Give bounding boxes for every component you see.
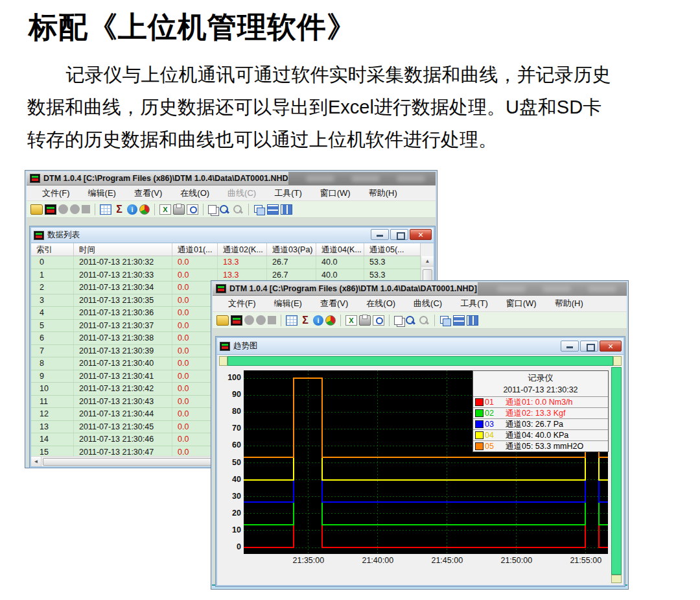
menu-item[interactable]: 帮助(H) (546, 298, 592, 309)
stop-disabled-icon[interactable] (268, 316, 276, 324)
menu-item[interactable]: 曲线(C) (218, 187, 265, 199)
pie-chart-icon[interactable] (325, 315, 336, 326)
scrollbar-end-button[interactable] (613, 356, 622, 366)
table-cell: 40.0 (316, 256, 364, 269)
export-excel-icon[interactable] (345, 315, 357, 326)
menu-item[interactable]: 编辑(E) (265, 298, 311, 309)
table-row[interactable]: 02011-07-13 21:30:320.013.326.740.053.3 (31, 256, 421, 269)
datalist-title: 数据列表 (47, 230, 80, 241)
menu-item[interactable]: 工具(T) (265, 187, 311, 199)
table-cell: 40.0 (316, 269, 364, 282)
minimize-button[interactable] (561, 341, 579, 352)
menu-item[interactable]: 查看(V) (311, 298, 357, 309)
print-icon[interactable] (173, 204, 185, 215)
menu-item[interactable]: 在线(O) (171, 187, 218, 199)
toolbar-separator (154, 204, 155, 215)
info-icon[interactable]: i (127, 204, 137, 215)
column-header[interactable]: 时间 (74, 243, 172, 256)
record-disabled-icon[interactable] (58, 204, 68, 214)
menu-item[interactable]: 窗口(W) (497, 298, 546, 309)
tile-horizontal-icon[interactable] (453, 315, 465, 326)
column-header[interactable]: 索引 (31, 243, 74, 256)
table-cell: 2011-07-13 21:30:46 (74, 433, 172, 446)
table-cell: 0 (31, 256, 74, 269)
datalist-titlebar[interactable]: 数据列表 (31, 228, 434, 243)
pie-chart-icon[interactable] (139, 204, 150, 215)
zoom-icon[interactable] (404, 315, 416, 326)
zoom-disabled-icon[interactable] (232, 204, 244, 215)
pause-disabled-icon[interactable] (256, 315, 266, 325)
menu-item[interactable]: 文件(F) (219, 298, 265, 309)
tile-vertical-icon[interactable] (467, 315, 478, 326)
trend-titlebar[interactable]: 趋势图 (217, 338, 624, 355)
legend-item: 05通道05: 53.3 mmH2O (473, 440, 608, 451)
copy-icon[interactable] (208, 205, 216, 214)
zoom-icon[interactable] (218, 204, 230, 215)
table-cell: 2011-07-13 21:30:38 (74, 332, 172, 344)
column-header[interactable]: 通道05(... (364, 243, 421, 256)
menu-item[interactable]: 文件(F) (33, 187, 79, 199)
legend-item: 03通道03: 26.7 Pa (473, 418, 608, 429)
menu-item[interactable]: 曲线(C) (404, 298, 451, 309)
y-tick-label: 80 (220, 407, 241, 416)
menu-item[interactable]: 在线(O) (357, 298, 404, 309)
maximize-button[interactable] (580, 341, 598, 352)
trend-vertical-scrollbar[interactable] (611, 367, 622, 583)
print-preview-icon[interactable] (187, 204, 198, 215)
scroll-up-icon[interactable]: ▲ (421, 256, 434, 267)
zoom-disabled-icon[interactable] (418, 315, 430, 326)
info-icon[interactable]: i (313, 315, 323, 326)
copy-icon[interactable] (394, 316, 402, 325)
table-cell: 0.0 (172, 256, 218, 269)
trend-horizontal-scrollbar[interactable] (219, 356, 622, 366)
maximize-button[interactable] (390, 229, 408, 240)
chart-legend: 记录仪 2011-07-13 21:30:32 01通道01: 0.0 Nm3/… (472, 370, 609, 452)
column-header[interactable]: 通道01(... (172, 243, 218, 256)
cascade-windows-icon[interactable] (439, 315, 451, 326)
window1-titlebar[interactable]: DTM 1.0.4 [C:\Program Files (x86)\DTM 1.… (27, 172, 436, 186)
cascade-windows-icon[interactable] (253, 204, 265, 215)
table-cell: 2011-07-13 21:30:41 (74, 370, 172, 383)
blurred-button (542, 286, 571, 292)
tile-horizontal-icon[interactable] (267, 204, 279, 215)
sum-icon[interactable]: Σ (113, 204, 125, 215)
window1-toolbar: Σi (27, 201, 436, 218)
app-logo-icon[interactable] (231, 315, 242, 326)
export-excel-icon[interactable] (159, 204, 171, 215)
sum-icon[interactable]: Σ (299, 315, 311, 326)
menu-item[interactable]: 窗口(W) (311, 187, 360, 199)
data-list-icon[interactable] (286, 315, 298, 326)
pause-disabled-icon[interactable] (70, 204, 80, 214)
close-button[interactable] (600, 341, 622, 352)
stop-disabled-icon[interactable] (82, 205, 90, 213)
minimize-button[interactable] (371, 229, 389, 240)
scrollbar-end-button[interactable] (219, 356, 228, 366)
menu-item[interactable]: 帮助(H) (360, 187, 406, 199)
print-preview-icon[interactable] (373, 315, 384, 326)
column-header[interactable]: 通道03(Pa) (267, 243, 316, 256)
open-file-icon[interactable] (216, 315, 229, 326)
scrollbar-track[interactable] (228, 356, 613, 366)
app-logo-icon[interactable] (45, 204, 56, 215)
scrollbar-end-button[interactable] (611, 575, 622, 583)
menu-item[interactable]: 编辑(E) (79, 187, 125, 199)
tile-vertical-icon[interactable] (281, 204, 292, 215)
close-button[interactable] (410, 229, 432, 240)
data-list-icon[interactable] (100, 204, 111, 215)
toolbar-separator (95, 204, 95, 215)
table-cell: 1 (31, 269, 74, 282)
table-cell: 2011-07-13 21:30:37 (74, 320, 172, 332)
scrollbar-track[interactable] (611, 367, 622, 575)
menu-item[interactable]: 查看(V) (125, 187, 171, 199)
datalist-window-icon (34, 231, 44, 240)
scroll-left-icon[interactable]: ◄ (31, 457, 41, 466)
column-header[interactable]: 通道02(K... (218, 243, 267, 256)
y-tick-label: 10 (220, 525, 241, 534)
open-file-icon[interactable] (30, 204, 43, 215)
window2-titlebar[interactable]: DTM 1.0.4 [C:\Program Files (x86)\DTM 1.… (213, 282, 627, 296)
print-icon[interactable] (359, 315, 371, 326)
menu-item[interactable]: 工具(T) (451, 298, 497, 309)
record-disabled-icon[interactable] (244, 315, 254, 325)
page-title: 标配《上位机管理软件》 (29, 8, 356, 47)
column-header[interactable]: 通道04(K... (316, 243, 364, 256)
